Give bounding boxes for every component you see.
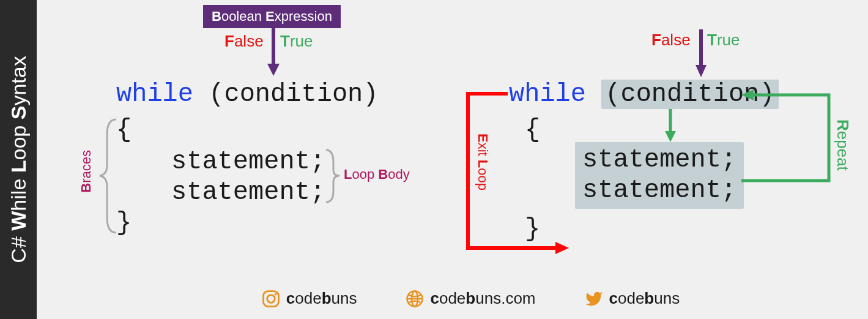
svg-marker-6 (741, 89, 754, 100)
web-text: codebuns.com (430, 289, 535, 308)
statement2-right: statement; (582, 175, 736, 206)
repeat-arrow-icon (734, 86, 844, 190)
instagram-icon (262, 290, 280, 308)
social-twitter: codebuns (585, 289, 680, 308)
svg-marker-7 (555, 242, 569, 254)
social-web: codebuns.com (406, 289, 535, 308)
social-instagram: codebuns (262, 289, 357, 308)
globe-icon (406, 290, 424, 308)
svg-marker-5 (665, 131, 676, 142)
footer: codebuns codebuns.com codebuns (73, 289, 868, 308)
true-label-right: True (707, 31, 740, 50)
while-keyword: while (116, 80, 193, 109)
exit-arrow-icon (453, 89, 575, 260)
arrow-down-right-icon (695, 29, 707, 77)
twitter-text: codebuns (609, 289, 680, 308)
arrow-down-icon (266, 27, 281, 76)
true-label-left: True (280, 32, 313, 51)
svg-point-9 (267, 295, 275, 302)
svg-marker-1 (267, 64, 280, 76)
arrow-green-down-icon (663, 109, 678, 143)
statement1-right: statement; (582, 144, 736, 175)
repeat-label: Repeat (833, 119, 852, 171)
statement2-left: statement; (171, 176, 325, 209)
sidebar-title: C# While Loop Syntax (7, 56, 31, 263)
code-left: while (condition) (116, 78, 379, 111)
svg-marker-3 (696, 65, 707, 77)
false-label-left: False (224, 32, 264, 51)
main-content: Boolean Expression False True while (con… (37, 0, 868, 319)
false-label-right: False (651, 31, 691, 50)
condition-text: (condition) (209, 80, 378, 109)
braces-bracket-icon (95, 116, 119, 236)
instagram-text: codebuns (286, 289, 357, 308)
boolean-expression-badge: Boolean Expression (203, 5, 341, 28)
braces-label: Braces (78, 150, 94, 193)
statements-block-right: statement; statement; (575, 142, 744, 209)
loop-body-label: Loop Body (344, 167, 410, 182)
body-bracket-icon (324, 147, 343, 205)
svg-point-10 (274, 293, 276, 295)
twitter-icon (585, 290, 603, 308)
statement1-left: statement; (171, 146, 325, 178)
exit-loop-label: Exit Loop (475, 133, 491, 190)
sidebar: C# While Loop Syntax (0, 0, 37, 319)
